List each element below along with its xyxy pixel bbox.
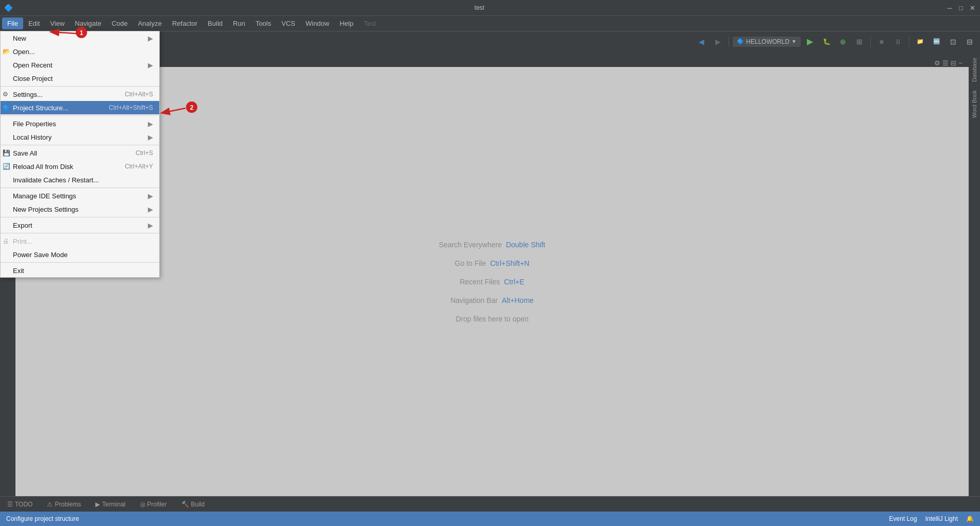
title-bar: 🔷 test ─ □ ✕ (0, 0, 980, 15)
menu-help[interactable]: Help (334, 18, 359, 29)
debug-button[interactable]: 🐛 (819, 35, 834, 49)
tab-settings-icon[interactable]: ⊟ (951, 59, 956, 67)
save-all-shortcut: Ctrl+S (136, 149, 153, 157)
menu-entry-power-save[interactable]: Power Save Mode (1, 248, 159, 261)
sidebar-database-tab[interactable]: Database (969, 54, 979, 86)
submenu-arrow-file-props: ▶ (148, 120, 153, 128)
menu-entry-open-recent-label: Open Recent (13, 61, 146, 69)
profiler-icon: ◎ (140, 501, 145, 508)
menu-entry-project-structure[interactable]: 🔷 Project Structure... Ctrl+Alt+Shift+S (1, 101, 159, 114)
build-label: Build (191, 501, 205, 508)
expand-btn[interactable]: ⊡ (946, 35, 960, 49)
save-icon: 💾 (3, 149, 10, 157)
bottom-tab-todo[interactable]: ☰ TODO (4, 500, 36, 509)
hint-goto-text: Go to File (455, 259, 486, 267)
tab-minimize-icon[interactable]: − (958, 59, 962, 67)
menu-entry-open-recent[interactable]: Open Recent ▶ (1, 58, 159, 72)
title-bar-controls: ─ □ ✕ (946, 4, 976, 11)
pause-btn[interactable]: ⏸ (891, 35, 905, 49)
hint-drop: Drop files here to open (455, 315, 529, 323)
menu-code[interactable]: Code (107, 18, 133, 29)
title-bar-left: 🔷 (4, 4, 13, 12)
menu-navigate[interactable]: Navigate (70, 18, 106, 29)
app-icon: 🔷 (4, 4, 13, 12)
menu-analyze[interactable]: Analyze (133, 18, 167, 29)
menu-edit[interactable]: Edit (23, 18, 45, 29)
menu-entry-reload-all[interactable]: 🔄 Reload All from Disk Ctrl+Alt+Y (1, 160, 159, 173)
menu-entry-save-all[interactable]: 💾 Save All Ctrl+S (1, 146, 159, 160)
menu-entry-print: 🖨 Print... (1, 234, 159, 248)
run-config-icon: 🔷 (737, 38, 744, 45)
open-folder-icon: 📂 (3, 48, 10, 55)
bottom-tab-terminal[interactable]: ▶ Terminal (92, 500, 128, 509)
hint-navbar-shortcut: Alt+Home (502, 296, 534, 304)
menu-entry-new-label: New (13, 35, 146, 42)
maximize-button[interactable]: □ (957, 4, 965, 11)
menu-entry-settings[interactable]: ⚙ Settings... Ctrl+Alt+S (1, 88, 159, 101)
bottom-tab-build[interactable]: 🔨 Build (178, 500, 208, 509)
menu-entry-print-label: Print... (13, 237, 153, 245)
menu-test[interactable]: Test (359, 18, 381, 29)
toolbar-sep-5 (909, 37, 909, 47)
menu-window[interactable]: Window (300, 18, 334, 29)
menu-entry-close-project[interactable]: Close Project (1, 72, 159, 85)
translate-btn[interactable]: 🔤 (930, 35, 944, 49)
run-config-selector[interactable]: 🔷 HELLOWORLD ▼ (733, 37, 801, 47)
bottom-tab-profiler[interactable]: ◎ Profiler (137, 500, 170, 509)
close-button[interactable]: ✕ (969, 4, 976, 11)
menu-entry-new-projects-settings[interactable]: New Projects Settings ▶ (1, 202, 159, 216)
profiler-btn[interactable]: ⊞ (852, 35, 867, 49)
menu-entry-local-history[interactable]: Local History ▶ (1, 130, 159, 144)
navigate-forward-btn[interactable]: ▶ (711, 35, 725, 49)
hint-goto-shortcut: Ctrl+Shift+N (490, 259, 529, 267)
menu-entry-file-properties[interactable]: File Properties ▶ (1, 117, 159, 130)
menu-entry-manage-ide-label: Manage IDE Settings (13, 192, 146, 200)
menu-entry-export[interactable]: Export ▶ (1, 218, 159, 232)
hint-recent-shortcut: Ctrl+E (504, 278, 524, 286)
sidebar-wordbook-tab[interactable]: Word Book (969, 86, 979, 122)
menu-entry-invalidate-caches[interactable]: Invalidate Caches / Restart... (1, 173, 159, 186)
terminal-label: Terminal (102, 501, 125, 508)
menu-run[interactable]: Run (228, 18, 250, 29)
menu-entry-settings-label: Settings... (13, 91, 116, 98)
tab-gear-icon[interactable]: ⚙ (934, 59, 940, 67)
menu-refactor[interactable]: Refactor (167, 18, 202, 29)
minimize-button[interactable]: ─ (946, 4, 953, 11)
editor-tab-icons: ⚙ ☰ ⊟ − (930, 59, 967, 67)
hint-navbar-text: Navigation Bar (450, 296, 498, 304)
status-left: Configure project structure (6, 515, 79, 522)
submenu-arrow-new-projects: ▶ (148, 206, 153, 213)
status-bar: Configure project structure Event Log In… (0, 512, 980, 526)
run-button[interactable]: ▶ (803, 35, 817, 49)
menu-entry-new-projects-settings-label: New Projects Settings (13, 206, 146, 213)
navigate-back-btn[interactable]: ◀ (694, 35, 708, 49)
stop-btn[interactable]: ■ (874, 35, 889, 49)
menu-entry-project-structure-label: Project Structure... (13, 104, 100, 112)
menu-entry-open[interactable]: 📂 Open... (1, 45, 159, 58)
terminal-icon: ▶ (95, 501, 100, 508)
todo-label: TODO (15, 501, 32, 508)
menu-entry-export-label: Export (13, 222, 146, 229)
menu-entry-new[interactable]: New ▶ (1, 31, 159, 45)
theme-label[interactable]: IntelliJ Light (925, 515, 958, 522)
file-dropdown-menu: New ▶ 📂 Open... Open Recent ▶ Close Proj… (0, 31, 160, 278)
menu-entry-invalidate-caches-label: Invalidate Caches / Restart... (13, 176, 153, 184)
bottom-tab-problems[interactable]: ⚠ Problems (44, 500, 84, 509)
hint-recent-text: Recent Files (460, 278, 500, 286)
menu-entry-save-all-label: Save All (13, 149, 127, 157)
hint-search-shortcut: Double Shift (506, 241, 545, 249)
menu-file[interactable]: File (2, 18, 23, 29)
menu-vcs[interactable]: VCS (276, 18, 300, 29)
menu-entry-manage-ide[interactable]: Manage IDE Settings ▶ (1, 189, 159, 202)
menu-entry-exit[interactable]: Exit (1, 264, 159, 277)
collapse-btn[interactable]: ⊟ (962, 35, 977, 49)
hint-goto: Go to File Ctrl+Shift+N (455, 259, 530, 267)
menu-build[interactable]: Build (202, 18, 228, 29)
event-log-link[interactable]: Event Log (889, 515, 917, 522)
notifications-icon[interactable]: 🔔 (966, 515, 974, 522)
menu-tools[interactable]: Tools (250, 18, 276, 29)
tab-list-icon[interactable]: ☰ (942, 59, 949, 67)
menu-view[interactable]: View (45, 18, 70, 29)
vcs-btn[interactable]: 📁 (913, 35, 927, 49)
run-with-coverage-btn[interactable]: ⊕ (836, 35, 850, 49)
